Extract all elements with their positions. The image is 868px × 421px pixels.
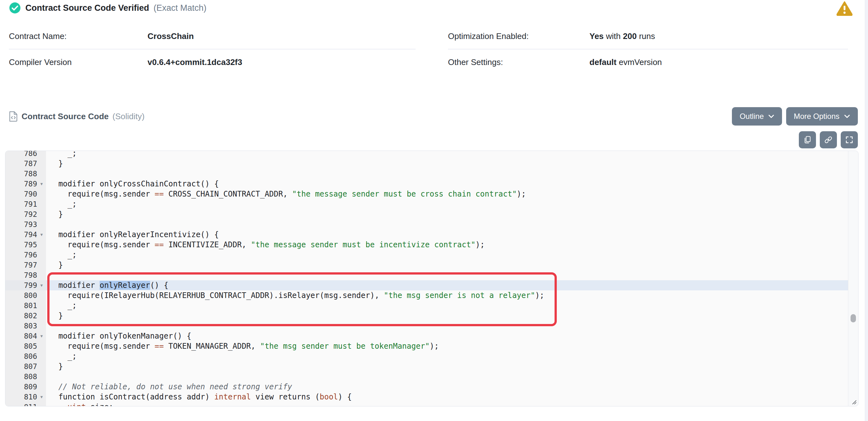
code-line: 797 }: [5, 260, 858, 270]
line-number: 804: [5, 332, 37, 340]
copy-button[interactable]: [799, 131, 816, 149]
code-line: 800 require(IRelayerHub(RELAYERHUB_CONTR…: [5, 290, 858, 300]
line-number-gutter: 791: [5, 199, 46, 209]
code-line: 804▾ modifier onlyTokenManager() {: [5, 331, 858, 341]
fold-arrow-icon[interactable]: ▾: [37, 232, 46, 237]
code-token: view returns (: [251, 392, 320, 401]
line-number-gutter: 805: [5, 341, 46, 351]
optimization-value: Yes with 200 runs: [589, 31, 655, 41]
fold-arrow-icon[interactable]: ▾: [37, 283, 46, 288]
code-text: }: [46, 209, 858, 219]
code-token: );: [475, 240, 485, 249]
line-number: 792: [5, 210, 37, 219]
more-options-button[interactable]: More Options: [786, 107, 858, 126]
code-line: 809 // Not reliable, do not use when nee…: [5, 382, 858, 392]
code-token: "the msg sender must be tokenManager": [260, 342, 430, 351]
code-text: [46, 219, 858, 229]
other-settings-label: Other Settings:: [448, 57, 589, 67]
line-number-gutter: 807: [5, 361, 46, 371]
scrollbar-thumb[interactable]: [850, 314, 856, 322]
code-editor[interactable]: 786 _;787 }788789▾ modifier onlyCrossCha…: [5, 151, 859, 407]
fold-arrow-icon[interactable]: ▾: [37, 181, 46, 187]
verified-title: Contract Source Code Verified: [25, 3, 149, 13]
code-token: ==: [155, 240, 164, 249]
code-token: bool: [320, 392, 338, 401]
code-toolbar: [799, 131, 858, 149]
line-number: 809: [5, 383, 37, 391]
line-number-gutter: 786: [5, 151, 46, 159]
code-token: modifier onlyRelayerIncentivize() {: [49, 230, 219, 239]
line-number: 790: [5, 190, 37, 198]
line-number-gutter: 795: [5, 240, 46, 250]
code-line: 794▾ modifier onlyRelayerIncentivize() {: [5, 229, 858, 240]
source-section-header: Contract Source Code (Solidity) Outline …: [9, 107, 858, 126]
code-line: 786 _;: [5, 151, 858, 159]
line-number-gutter: 799▾: [5, 280, 46, 290]
code-token: }: [49, 159, 63, 168]
code-text: require(msg.sender == CROSS_CHAIN_CONTRA…: [46, 189, 858, 199]
info-column-right: Optimization Enabled: Yes with 200 runs …: [448, 24, 848, 75]
code-text: [46, 321, 858, 331]
code-text: }: [46, 159, 858, 169]
code-text: _;: [46, 300, 858, 311]
source-section-title: Contract Source Code: [22, 111, 109, 122]
fold-arrow-icon[interactable]: ▾: [37, 333, 46, 339]
code-token: internal: [214, 392, 251, 401]
line-number-gutter: 808: [5, 371, 46, 382]
code-text: _;: [46, 351, 858, 361]
link-button[interactable]: [820, 131, 837, 149]
code-line: 798: [5, 270, 858, 280]
code-line: 796 _;: [5, 250, 858, 260]
code-token: }: [49, 362, 63, 371]
code-line: 803: [5, 321, 858, 331]
line-number-gutter: 809: [5, 382, 46, 392]
code-viewport[interactable]: 786 _;787 }788789▾ modifier onlyCrossCha…: [5, 151, 858, 406]
code-token: require(IRelayerHub(RELAYERHUB_CONTRACT_…: [49, 291, 384, 300]
code-line: 790 require(msg.sender == CROSS_CHAIN_CO…: [5, 189, 858, 199]
page-scrollbar-strip[interactable]: [865, 0, 868, 421]
line-number: 801: [5, 301, 37, 310]
line-number-gutter: 800: [5, 290, 46, 300]
code-token: INCENTIVIZE_ADDR,: [164, 240, 251, 249]
code-text: [46, 371, 858, 382]
code-token: _;: [49, 251, 77, 259]
code-text: _;: [46, 250, 858, 260]
other-settings-row: Other Settings: default evmVersion: [448, 50, 848, 75]
line-number: 795: [5, 240, 37, 249]
code-token: // Not reliable, do not use when need st…: [49, 382, 292, 391]
code-scrollbar[interactable]: [848, 151, 858, 406]
resize-handle-icon[interactable]: [850, 398, 857, 405]
line-number: 791: [5, 200, 37, 208]
code-text: }: [46, 260, 858, 270]
code-line: 787 }: [5, 159, 858, 169]
code-token: }: [49, 261, 63, 269]
code-text: }: [46, 361, 858, 371]
optimization-row: Optimization Enabled: Yes with 200 runs: [448, 24, 848, 50]
line-number: 787: [5, 159, 37, 168]
line-number-gutter: 802: [5, 311, 46, 321]
outline-button[interactable]: Outline: [732, 107, 782, 126]
fullscreen-icon: [845, 135, 854, 144]
line-number: 799: [5, 281, 37, 289]
line-number: 789: [5, 180, 37, 188]
contract-name-value: CrossChain: [148, 31, 194, 41]
code-token: CROSS_CHAIN_CONTRACT_ADDR,: [164, 190, 292, 198]
code-token: require(msg.sender: [49, 342, 155, 351]
code-text: [46, 169, 858, 179]
code-token: }: [49, 210, 63, 219]
code-token: uint: [68, 402, 86, 406]
line-number-gutter: 811: [5, 402, 46, 406]
code-token: modifier onlyCrossChainContract() {: [49, 180, 219, 188]
line-number: 797: [5, 261, 37, 269]
code-token: );: [430, 342, 439, 351]
code-text: function isContract(address addr) intern…: [46, 392, 858, 402]
code-text: _;: [46, 199, 858, 209]
fullscreen-button[interactable]: [841, 131, 858, 149]
code-token: require(msg.sender: [49, 240, 155, 249]
warning-button[interactable]: [836, 1, 853, 16]
code-line: 808: [5, 371, 858, 382]
code-token: ==: [155, 342, 164, 351]
info-column-left: Contract Name: CrossChain Compiler Versi…: [9, 24, 415, 75]
optimization-label: Optimization Enabled:: [448, 31, 589, 41]
fold-arrow-icon[interactable]: ▾: [37, 394, 46, 400]
